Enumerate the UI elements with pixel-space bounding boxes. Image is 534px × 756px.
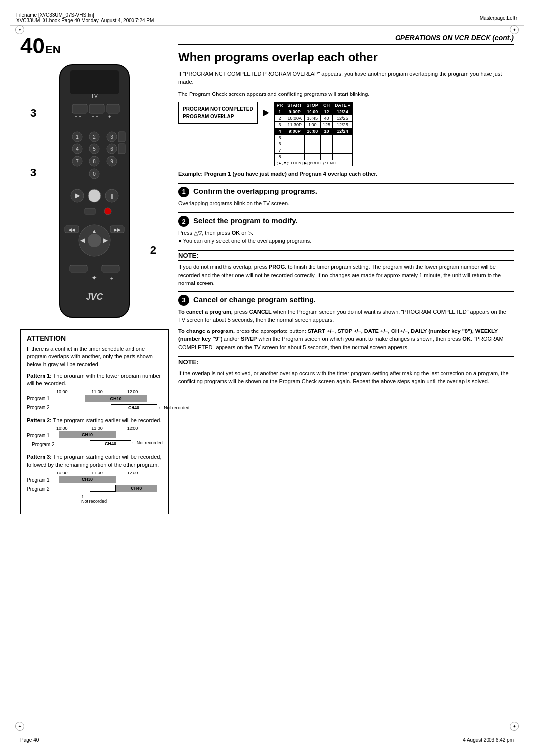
pattern-1-label: Pattern 1:: [27, 373, 52, 378]
prog-check-cell-7-ch: [320, 147, 332, 154]
svg-text:8: 8: [93, 159, 96, 164]
step-3-header: 3 Cancel or change program setting.: [178, 295, 514, 306]
prog-check-cell-1-stop: 10:00: [304, 109, 320, 115]
pattern3-time-labels: 10:00 11:00 12:00: [56, 471, 162, 475]
pattern3-prog1-row: Program 1 CH10: [27, 476, 162, 484]
prog-check-cell-3-date: 12/25: [332, 122, 352, 128]
header-filename: Filename [XVC33UM_07S-VHS.fm]: [16, 12, 154, 18]
prog-check-row-1: 19:00P10:001212/24: [274, 109, 352, 115]
page-suffix: EN: [45, 44, 61, 56]
prog-check-cell-4-start: 9:00P: [285, 128, 304, 135]
remote-control-svg: TV + + + + + — — — — — 1 2: [45, 62, 144, 320]
prog-check-cell-1-start: 9:00P: [285, 109, 304, 115]
col-ch: CH: [320, 102, 332, 109]
intro-text-1: If "PROGRAM NOT COMPLETED PROGRAM OVERLA…: [178, 70, 514, 86]
prog-check-row-8: 8: [274, 154, 352, 160]
prog-check-cell-3-pr: 3: [274, 122, 285, 128]
prog-check-cell-5-start: [285, 135, 304, 141]
remote-container: 3 3 2 TV + +: [45, 62, 144, 321]
prog-check-cell-6-ch: [320, 141, 332, 147]
svg-rect-4: [89, 104, 104, 113]
prog-check-row-2: 210:00A10:454012/25: [274, 115, 352, 122]
svg-text:+ +: + +: [75, 114, 81, 119]
note-1-title: NOTE:: [178, 250, 514, 261]
prog-check-cell-6-pr: 6: [274, 141, 285, 147]
step-1-title: Confirm the overlapping programs.: [193, 187, 317, 196]
step-3-title: Cancel or change program setting.: [193, 295, 316, 305]
svg-point-46: [88, 234, 101, 247]
pattern-3: Pattern 3: The program starting earlier …: [27, 453, 162, 504]
prog-check-arrow: ▶: [263, 107, 269, 118]
prog-check-cell-2-start: 10:00A: [285, 115, 304, 122]
prog-check-cell-3-stop: 1:00: [304, 122, 320, 128]
prog-check-bottom-note: (▲,▼): THEN [▶] (PROG.) : END: [274, 160, 352, 166]
prog-check-bottom-row: (▲,▼): THEN [▶] (PROG.) : END: [274, 160, 352, 166]
p2-prog2-bar: CH40: [90, 440, 132, 447]
corner-mark-tr: ✦: [510, 25, 519, 34]
step-3-number: 3: [178, 295, 189, 306]
step-3-change: To change a program, press the appropria…: [178, 327, 514, 352]
svg-text:0: 0: [93, 171, 96, 177]
step-2-title: Select the program to modify.: [193, 216, 298, 226]
marker-3-top: 3: [30, 107, 36, 120]
svg-rect-25: [118, 144, 125, 154]
svg-rect-39: [85, 208, 95, 214]
footer-page: Page 40: [20, 737, 39, 743]
prog-check-cell-8-stop: [304, 154, 320, 160]
pattern-2-label: Pattern 2:: [27, 417, 52, 423]
note-1-box: NOTE: If you do not mind this overlap, p…: [178, 250, 514, 287]
svg-rect-3: [72, 104, 87, 113]
prog-check-cell-1-pr: 1: [274, 109, 285, 115]
svg-text:3: 3: [110, 134, 113, 140]
p1-prog1-bar: CH10: [85, 395, 146, 402]
header-left: Filename [XVC33UM_07S-VHS.fm] XVC33UM_01…: [16, 12, 154, 23]
attention-title: ATTENTION: [27, 334, 162, 342]
page-number: 40: [20, 34, 44, 58]
svg-text:+ +: + +: [92, 114, 98, 119]
prog-check-row-6: 6: [274, 141, 352, 147]
p1-not-recorded: ← Not recorded: [158, 405, 190, 410]
prog-check-cell-8-pr: 8: [274, 154, 285, 160]
marker-2: 2: [150, 244, 156, 257]
svg-text:—: —: [108, 120, 113, 125]
note-2-body: If the overlap is not yet solved, or ano…: [178, 369, 514, 385]
header-masterpage: Masterpage:Left↑: [480, 15, 518, 21]
svg-text:—: —: [75, 275, 80, 281]
prog-check-cell-3-ch: 125: [320, 122, 332, 128]
svg-rect-5: [107, 104, 119, 113]
svg-text:▶: ▶: [75, 191, 80, 199]
page-outer: Filename [XVC33UM_07S-VHS.fm] XVC33UM_01…: [10, 10, 524, 746]
svg-point-36: [88, 189, 101, 202]
main-content: 40 EN 3 3 2 TV: [10, 26, 524, 522]
pattern1-time-labels: 10:00 11:00 12:00: [56, 389, 162, 394]
step-2-header: 2 Select the program to modify.: [178, 216, 514, 227]
prog-check-area: PROGRAM NOT COMPLETED PROGRAM OVERLAP ▶ …: [178, 102, 514, 166]
svg-text:6: 6: [110, 146, 113, 152]
p3-prog2-bar-gray: CH40: [116, 485, 157, 492]
p3-prog1-bar: CH10: [59, 476, 116, 483]
footer-date: 4 August 2003 6:42 pm: [463, 737, 514, 743]
col-start: START: [285, 102, 304, 109]
prog-check-row-4: 49:00P10:001012/24: [274, 128, 352, 135]
step-2-body: Press △▽, then press OK or ▷. ● You can …: [178, 229, 514, 245]
svg-text:7: 7: [76, 159, 79, 164]
pattern-2-desc: The program starting earlier will be rec…: [53, 417, 162, 423]
corner-mark-br: ✦: [510, 722, 519, 731]
svg-rect-51: [70, 265, 87, 272]
prog-check-row-3: 311:30P1:0012512/25: [274, 122, 352, 128]
prog-check-cell-2-date: 12/25: [332, 115, 352, 122]
prog-check-cell-4-ch: 10: [320, 128, 332, 135]
prog-check-cell-4-stop: 10:00: [304, 128, 320, 135]
p1-prog2-bar: CH40: [111, 404, 157, 411]
note-1-body: If you do not mind this overlap, press P…: [178, 263, 514, 287]
svg-text:◀◀: ◀◀: [68, 227, 75, 232]
prog-check-table: PR START STOP CH DATE ♦ 19:00P10:001212/…: [274, 102, 353, 166]
svg-text:+: +: [110, 275, 113, 281]
p3-not-recorded: ↑Not recorded: [81, 494, 162, 504]
prog-check-cell-1-date: 12/24: [332, 109, 352, 115]
prog-check-label-line2: PROGRAM OVERLAP: [183, 114, 234, 119]
header-book: XVC33UM_01.book Page 40 Monday, August 4…: [16, 18, 154, 23]
step-1-body: Overlapping programs blink on the TV scr…: [178, 199, 514, 208]
svg-text:9: 9: [110, 159, 113, 164]
svg-rect-18: [118, 132, 125, 142]
